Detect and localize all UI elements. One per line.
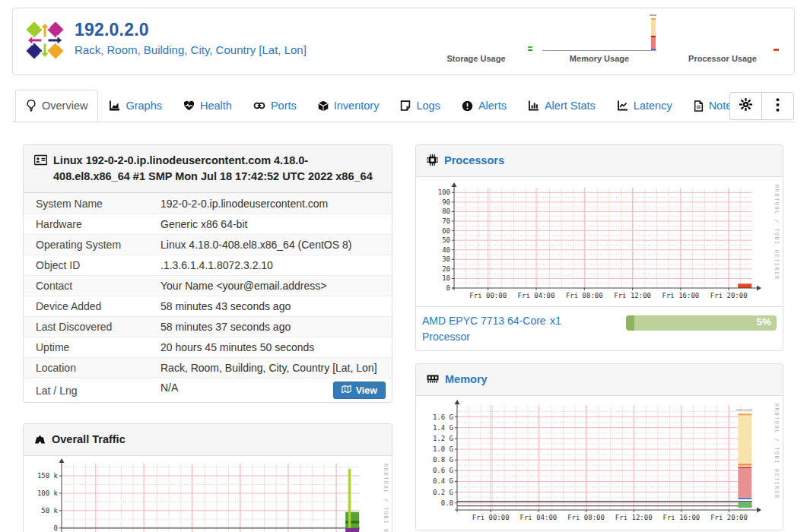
table-row: Uptime20 hours 45 minutes 50 seconds: [24, 337, 392, 358]
attribute-value: Generic x86 64-bit: [154, 214, 392, 235]
overall-traffic-graph[interactable]: 050 k100 k150 kFri 00:00Fri 04:00Fri 08:…: [27, 458, 390, 532]
table-row: Object ID.1.3.6.1.4.1.8072.3.2.10: [24, 255, 392, 276]
cpu-usage-fill: [626, 315, 634, 331]
tab-alert-stats[interactable]: Alert Stats: [517, 90, 606, 122]
device-header: 192.0.2.0 Rack, Room, Building, City, Co…: [12, 8, 795, 75]
memory-icon: [427, 373, 439, 384]
svg-text:0: 0: [446, 284, 450, 292]
gear-icon: [739, 98, 752, 114]
rrdtool-watermark: RRDTOOL / TOBI OETIKER: [383, 464, 389, 532]
svg-text:0.4 G: 0.4 G: [433, 478, 453, 486]
svg-text:70: 70: [442, 217, 450, 225]
svg-text:Fri 20:00: Fri 20:00: [710, 292, 748, 299]
attribute-label: Uptime: [24, 337, 154, 358]
device-kernel-title: Linux 192-0-2-0.ip.linodeusercontent.com…: [53, 153, 381, 185]
device-settings-button[interactable]: [730, 93, 761, 119]
table-row: Operating SystemLinux 4.18.0-408.el8.x86…: [24, 235, 392, 255]
table-row: System Name192-0-2-0.ip.linodeuserconten…: [24, 194, 392, 214]
centos-logo-icon: [26, 21, 64, 62]
tab-bar: OverviewGraphsHealthPortsInventoryLogsAl…: [12, 90, 795, 122]
svg-text:Fri 00:00: Fri 00:00: [469, 292, 507, 299]
table-row: HardwareGeneric x86 64-bit: [24, 214, 392, 235]
table-row: Device Added58 minutes 43 seconds ago: [24, 296, 392, 317]
tab-latency[interactable]: Latency: [606, 90, 683, 122]
device-attributes-table: System Name192-0-2-0.ip.linodeuserconten…: [24, 193, 392, 402]
attribute-value: Rack, Room, Building, City, Country [Lat…: [154, 358, 392, 378]
attribute-value-text: 58 minutes 43 seconds ago: [160, 300, 291, 312]
tab-label: Alert Stats: [545, 100, 596, 112]
cpu-count: x1: [550, 315, 561, 327]
svg-text:Fri 04:00: Fri 04:00: [518, 292, 555, 299]
cpu-usage-progressbar: 5%: [626, 315, 777, 331]
memory-usage-graph[interactable]: 0.00.2 G0.4 G0.6 G0.8 G1.0 G1.2 G1.4 G1.…: [419, 397, 781, 528]
memory-title-link[interactable]: Memory: [445, 372, 488, 388]
cpu-name-link[interactable]: AMD EPYC 7713 64-Core Processor: [422, 313, 550, 345]
attribute-value: 192-0-2-0.ip.linodeusercontent.com: [154, 194, 392, 214]
sparkline-mark: [651, 20, 655, 36]
svg-text:50 k: 50 k: [41, 507, 58, 515]
processors-usage-graph[interactable]: 0102030405060708090100Fri 00:00Fri 04:00…: [419, 179, 781, 306]
tab-label: Health: [200, 100, 232, 112]
rrdtool-watermark: RRDTOOL / TOBI OETIKER: [774, 185, 780, 280]
svg-text:Fri 12:00: Fri 12:00: [614, 292, 651, 299]
svg-text:20: 20: [442, 265, 450, 273]
tab-overview[interactable]: Overview: [15, 90, 98, 122]
svg-text:90: 90: [442, 198, 450, 206]
header-minigraphs: Storage UsageMemory UsageProcessor Usage: [419, 12, 780, 63]
tab-label: Latency: [634, 100, 672, 112]
address-card-icon: [34, 154, 47, 166]
tab-health[interactable]: Health: [173, 90, 243, 122]
sparkline-mark: [651, 37, 655, 48]
sparkline-mark: [528, 46, 532, 48]
attribute-value: N/AView: [154, 378, 392, 403]
device-info-panel: Linux 192-0-2-0.ip.linodeusercontent.com…: [23, 144, 392, 403]
line-chart-icon: [617, 100, 628, 111]
svg-text:0.6 G: 0.6 G: [433, 467, 453, 474]
more-options-button[interactable]: [761, 93, 793, 119]
table-row: Last Discovered58 minutes 37 seconds ago: [24, 317, 392, 337]
map-icon: [342, 385, 351, 396]
attribute-value: Linux 4.18.0-408.el8.x86_64 (CentOS 8): [154, 235, 392, 255]
view-map-button[interactable]: View: [333, 382, 386, 399]
memory-header: Memory: [416, 364, 783, 396]
minigraph-storage-usage[interactable]: Storage Usage: [419, 12, 533, 63]
attribute-label: Hardware: [24, 214, 154, 235]
microchip-icon: [427, 154, 438, 166]
file-icon: [694, 100, 704, 112]
sparkline-mark: [651, 49, 655, 51]
tab-alerts[interactable]: Alerts: [451, 90, 517, 122]
memory-panel: Memory 0.00.2 G0.4 G0.6 G0.8 G1.0 G1.2 G…: [415, 363, 783, 530]
link-icon: [253, 100, 265, 111]
svg-text:40: 40: [442, 246, 450, 254]
minigraph-processor-usage[interactable]: Processor Usage: [666, 12, 780, 63]
attribute-value-text: Rack, Room, Building, City, Country [Lat…: [160, 362, 377, 374]
svg-text:0.2 G: 0.2 G: [433, 489, 453, 496]
attribute-label: Operating System: [24, 235, 154, 255]
tab-ports[interactable]: Ports: [243, 90, 307, 122]
processors-title-link[interactable]: Processors: [444, 153, 504, 169]
minigraph-sparkline: [542, 12, 656, 52]
processors-header: Processors: [416, 145, 783, 177]
attribute-value-text: 58 minutes 37 seconds ago: [160, 321, 291, 333]
sparkline-mark: [542, 50, 656, 52]
device-info-header: Linux 192-0-2-0.ip.linodeusercontent.com…: [24, 145, 392, 193]
tab-logs[interactable]: Logs: [389, 90, 450, 122]
svg-text:30: 30: [442, 255, 450, 263]
minigraph-memory-usage[interactable]: Memory Usage: [542, 12, 656, 63]
tab-graphs[interactable]: Graphs: [98, 90, 173, 122]
svg-text:Fri 16:00: Fri 16:00: [662, 292, 700, 299]
attribute-value-text: 20 hours 45 minutes 50 seconds: [160, 341, 314, 353]
svg-text:Fri 08:00: Fri 08:00: [566, 292, 603, 299]
attribute-value-text: Your Name <your@email.address>: [160, 280, 326, 292]
tab-label: Alerts: [478, 100, 507, 112]
tab-label: Logs: [416, 100, 440, 112]
sparkline-mark: [774, 49, 779, 51]
attribute-value: 58 minutes 37 seconds ago: [154, 317, 392, 337]
attribute-label: Object ID: [24, 255, 154, 276]
sparkline-mark: [650, 14, 656, 16]
tab-label: Inventory: [334, 100, 380, 112]
attribute-value: 20 hours 45 minutes 50 seconds: [154, 337, 392, 358]
tab-inventory[interactable]: Inventory: [307, 90, 390, 122]
cpu-usage-percent: 5%: [756, 316, 771, 328]
attribute-label: Lat / Lng: [24, 378, 154, 403]
